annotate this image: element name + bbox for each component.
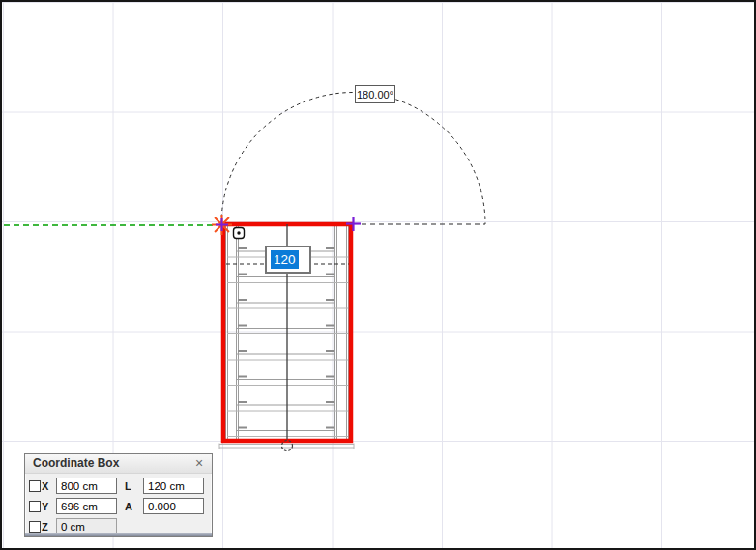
palette-title-text: Coordinate Box xyxy=(33,456,119,470)
tracker-value-input[interactable]: 120 xyxy=(265,246,311,274)
coordinate-row-y: Y A xyxy=(29,498,212,514)
coordinate-rows: X L Y A Z xyxy=(25,474,212,535)
y-checkbox[interactable] xyxy=(29,501,41,512)
palette-bottom-edge xyxy=(25,533,212,536)
z-checkbox[interactable] xyxy=(29,521,41,533)
coordinate-row-x: X L xyxy=(29,478,212,494)
a-field[interactable] xyxy=(143,498,204,514)
tracker-selected-text: 120 xyxy=(271,250,299,269)
x-field[interactable] xyxy=(56,478,117,494)
y-field[interactable] xyxy=(56,498,117,514)
z-label: Z xyxy=(42,521,56,533)
coordinate-box-title[interactable]: Coordinate Box × xyxy=(25,454,212,474)
x-label: X xyxy=(42,480,56,492)
angle-readout: 180.00° xyxy=(355,85,395,103)
coordinate-box-palette[interactable]: Coordinate Box × X L Y A Z xyxy=(24,453,213,537)
a-label: A xyxy=(117,501,143,512)
x-checkbox[interactable] xyxy=(29,480,41,492)
l-label: L xyxy=(117,480,143,492)
l-field[interactable] xyxy=(143,478,204,494)
y-label: Y xyxy=(42,501,56,512)
close-icon[interactable]: × xyxy=(192,454,206,473)
cad-window: 180.00° 120 Coordinate Box × X L Y A xyxy=(0,0,756,550)
